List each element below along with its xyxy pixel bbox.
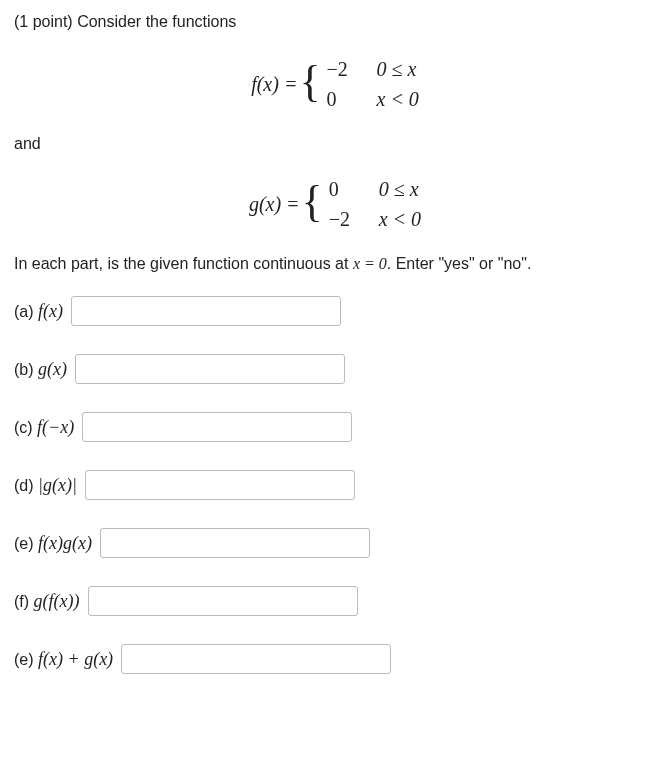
instruction-var: x = 0 — [353, 255, 387, 272]
answer-f[interactable] — [88, 586, 358, 616]
part-e-label: (e) f(x)g(x) — [14, 530, 92, 557]
answer-g[interactable] — [121, 644, 391, 674]
brace-icon: { — [302, 182, 323, 222]
part-a: (a) f(x) — [14, 296, 656, 326]
answer-d[interactable] — [85, 470, 355, 500]
part-a-label: (a) f(x) — [14, 298, 63, 325]
part-c-label: (c) f(−x) — [14, 414, 74, 441]
connector-and: and — [14, 132, 656, 156]
instruction-pre: In each part, is the given function cont… — [14, 255, 353, 272]
f-r1-cond: 0 ≤ x — [377, 54, 417, 84]
part-g-label: (e) f(x) + g(x) — [14, 646, 113, 673]
answer-e[interactable] — [100, 528, 370, 558]
answer-a[interactable] — [71, 296, 341, 326]
part-f-label: (f) g(f(x)) — [14, 588, 80, 615]
part-d-label: (d) |g(x)| — [14, 472, 77, 499]
instruction: In each part, is the given function cont… — [14, 252, 656, 276]
part-c: (c) f(−x) — [14, 412, 656, 442]
g-r1-cond: 0 ≤ x — [379, 174, 419, 204]
brace-icon: { — [299, 62, 320, 102]
equation-f: f(x) = { −2 0 ≤ x 0 x < 0 — [14, 54, 656, 114]
part-d: (d) |g(x)| — [14, 470, 656, 500]
problem-header: (1 point) Consider the functions — [14, 10, 656, 34]
f-r2-val: 0 — [327, 84, 377, 114]
g-r1-val: 0 — [329, 174, 379, 204]
g-r2-val: −2 — [329, 204, 379, 234]
part-e: (e) f(x)g(x) — [14, 528, 656, 558]
part-g: (e) f(x) + g(x) — [14, 644, 656, 674]
f-r2-cond: x < 0 — [377, 84, 419, 114]
f-r1-val: −2 — [327, 54, 377, 84]
f-left: f(x) = — [251, 69, 297, 99]
answer-b[interactable] — [75, 354, 345, 384]
points-label: (1 point) — [14, 13, 73, 30]
part-b: (b) g(x) — [14, 354, 656, 384]
answer-c[interactable] — [82, 412, 352, 442]
g-left: g(x) = — [249, 189, 300, 219]
intro-text: Consider the functions — [77, 13, 236, 30]
equation-g: g(x) = { 0 0 ≤ x −2 x < 0 — [14, 174, 656, 234]
part-f: (f) g(f(x)) — [14, 586, 656, 616]
g-r2-cond: x < 0 — [379, 204, 421, 234]
instruction-post: . Enter "yes" or "no". — [387, 255, 532, 272]
part-b-label: (b) g(x) — [14, 356, 67, 383]
